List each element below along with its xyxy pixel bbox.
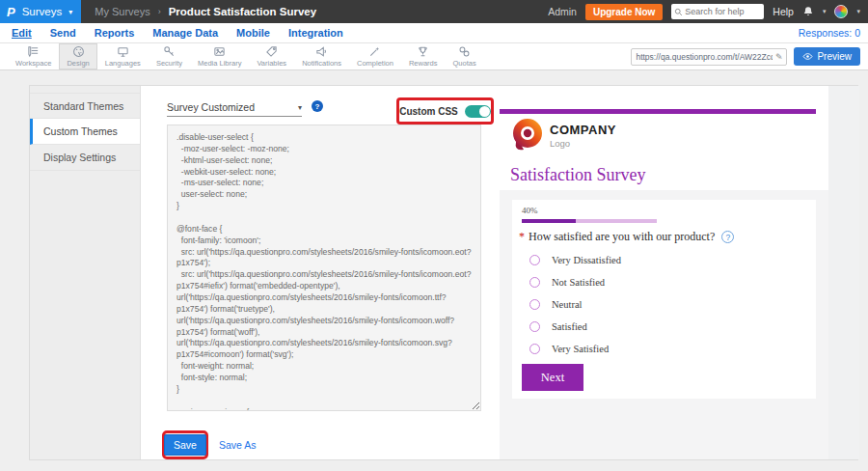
toolbar-item-notifications[interactable]: Notifications <box>294 43 349 69</box>
chevron-down-icon: ▾ <box>298 103 302 112</box>
toolbar-item-languages[interactable]: Languages <box>97 43 149 69</box>
help-search-input[interactable] <box>685 7 760 16</box>
help-link[interactable]: Help <box>773 6 794 17</box>
save-as-link[interactable]: Save As <box>219 439 257 451</box>
toggle-knob <box>479 106 490 117</box>
breadcrumb-current: Product Satisfaction Survey <box>169 6 316 17</box>
key-icon <box>163 45 176 58</box>
radio-icon[interactable] <box>529 321 540 332</box>
admin-link[interactable]: Admin <box>548 6 577 17</box>
sidenav-item-custom-themes[interactable]: Custom Themes <box>30 119 140 145</box>
theme-select[interactable]: Survey Customized ▾ <box>167 101 302 117</box>
save-button[interactable]: Save <box>164 434 206 456</box>
option-label: Very Satisfied <box>552 344 609 354</box>
tab-integration[interactable]: Integration <box>288 27 343 39</box>
option-label: Very Dissatisfied <box>552 255 621 265</box>
custom-css-toggle[interactable] <box>465 105 491 118</box>
avatar[interactable] <box>834 5 848 18</box>
radio-icon[interactable] <box>529 277 540 288</box>
radio-icon[interactable] <box>529 255 540 265</box>
custom-css-annotation-box: Custom CSS <box>396 97 494 125</box>
required-marker: * <box>519 230 525 244</box>
tab-mobile[interactable]: Mobile <box>236 27 270 39</box>
toolbar-item-variables[interactable]: Variables <box>249 43 294 69</box>
option-satisfied[interactable]: Satisfied <box>529 321 587 332</box>
tab-edit[interactable]: Edit <box>12 27 32 39</box>
eye-icon <box>802 52 813 61</box>
toolbar-label: Security <box>156 59 182 68</box>
theme-help-icon[interactable]: ? <box>312 100 323 112</box>
palette-icon <box>72 45 85 58</box>
option-very-dissatisfied[interactable]: Very Dissatisfied <box>529 255 621 265</box>
links-icon <box>458 45 471 58</box>
survey-preview-pane: COMPANY Logo Satisfaction Survey 40% * H… <box>500 86 859 459</box>
chevron-down-icon[interactable]: ▾ <box>856 8 860 15</box>
help-search-box[interactable] <box>671 4 764 19</box>
radio-icon[interactable] <box>529 299 540 310</box>
custom-css-editor[interactable]: .disable-user-select { -moz-user-select:… <box>167 125 481 411</box>
toolbar-item-workspace[interactable]: Workspace <box>8 43 59 69</box>
bell-icon[interactable] <box>802 6 814 17</box>
question-help-icon[interactable]: ? <box>721 231 734 243</box>
toolbar-label: Quotas <box>453 59 476 68</box>
toolbar-item-media-library[interactable]: Media Library <box>190 43 249 69</box>
question-card: 40% * How satisfied are you with our pro… <box>512 200 816 399</box>
toolbar-label: Variables <box>257 59 286 68</box>
upgrade-now-button[interactable]: Upgrade Now <box>585 4 663 20</box>
tab-manage-data[interactable]: Manage Data <box>152 27 218 39</box>
menu-bar: Edit Send Reports Manage Data Mobile Int… <box>0 23 868 43</box>
chevron-down-icon[interactable]: ▾ <box>823 8 827 15</box>
custom-css-label: Custom CSS <box>399 106 458 117</box>
toolbar-label: Design <box>67 59 89 68</box>
tab-send[interactable]: Send <box>50 27 76 39</box>
responses-count[interactable]: Responses: 0 <box>799 27 860 39</box>
option-very-satisfied[interactable]: Very Satisfied <box>529 344 609 354</box>
design-panel: Standard Themes Custom Themes Display Se… <box>29 85 858 460</box>
questionpro-logo-icon: P <box>7 5 15 19</box>
company-logo: COMPANY Logo <box>511 118 616 154</box>
breadcrumb-parent[interactable]: My Surveys <box>95 6 149 17</box>
toolbar-right: ✎ Preview <box>631 47 868 66</box>
option-label: Satisfied <box>552 321 587 332</box>
preview-button[interactable]: Preview <box>794 47 860 66</box>
toolbar-item-design[interactable]: Design <box>59 43 96 69</box>
preview-button-label: Preview <box>817 51 852 62</box>
next-button[interactable]: Next <box>522 364 583 391</box>
design-toolbar: Workspace Design Languages Security Medi… <box>0 43 868 70</box>
survey-page: COMPANY Logo Satisfaction Survey 40% * H… <box>500 86 828 459</box>
radio-icon[interactable] <box>529 344 540 354</box>
toolbar-item-quotas[interactable]: Quotas <box>446 43 484 69</box>
chevron-down-icon: ▾ <box>68 8 72 16</box>
toolbar-item-security[interactable]: Security <box>149 43 190 69</box>
company-name: COMPANY <box>550 124 616 137</box>
edit-pencil-icon[interactable]: ✎ <box>775 52 783 62</box>
option-label: Neutral <box>552 299 583 310</box>
search-icon <box>674 8 683 16</box>
toolbar-label: Languages <box>105 59 141 68</box>
toolbar-label: Workspace <box>15 59 51 68</box>
progress-fill <box>522 219 576 223</box>
option-not-satisfied[interactable]: Not Satisfied <box>529 277 605 288</box>
sidenav-item-standard-themes[interactable]: Standard Themes <box>30 93 140 119</box>
progress-label: 40% <box>522 206 538 215</box>
toolbar-label: Completion <box>357 59 393 68</box>
theme-select-value: Survey Customized <box>167 101 298 113</box>
sidenav-item-display-settings[interactable]: Display Settings <box>30 145 140 171</box>
survey-url-input[interactable] <box>636 52 772 62</box>
toolbar-item-completion[interactable]: Completion <box>349 43 401 69</box>
toolbar-item-rewards[interactable]: Rewards <box>401 43 446 69</box>
toolbar-label: Media Library <box>198 59 241 68</box>
surveys-menu[interactable]: P Surveys ▾ <box>0 0 81 23</box>
workspace-icon <box>27 45 40 58</box>
themes-sidenav: Standard Themes Custom Themes Display Se… <box>30 86 141 459</box>
breadcrumb: My Surveys › Product Satisfaction Survey <box>95 6 316 17</box>
app-screen: P Surveys ▾ My Surveys › Product Satisfa… <box>0 0 868 471</box>
question-text: How satisfied are you with our product? <box>529 230 715 244</box>
trophy-icon <box>417 45 429 58</box>
survey-body: 40% * How satisfied are you with our pro… <box>500 190 828 459</box>
question-row: * How satisfied are you with our product… <box>519 230 734 244</box>
option-neutral[interactable]: Neutral <box>529 299 583 310</box>
company-logo-text: COMPANY Logo <box>550 124 616 148</box>
tab-reports[interactable]: Reports <box>95 27 135 39</box>
preview-scrollbar-gutter[interactable] <box>828 86 859 459</box>
